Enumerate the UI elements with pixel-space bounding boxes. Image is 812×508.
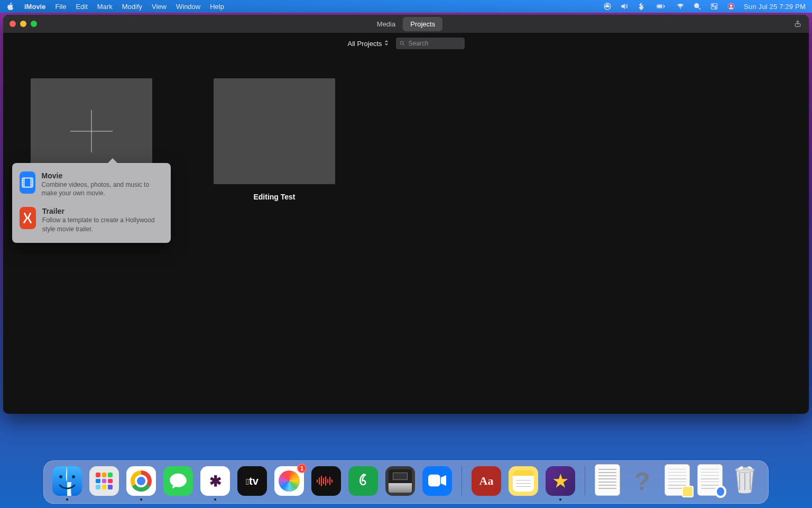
svg-point-27 <box>72 475 75 478</box>
svg-point-26 <box>59 475 62 478</box>
svg-rect-28 <box>428 475 440 487</box>
menu-mark[interactable]: Mark <box>97 3 113 11</box>
dock-app-imovie[interactable] <box>546 466 575 496</box>
svg-point-4 <box>680 8 681 9</box>
svg-point-12 <box>730 5 732 7</box>
dock-doc-3[interactable] <box>697 464 723 496</box>
creative-cloud-icon[interactable] <box>603 2 612 11</box>
search-field <box>396 38 465 49</box>
popover-movie-desc: Combine videos, photos, and music to mak… <box>42 180 163 197</box>
dock-container: ✱ tv 1 Aa <box>0 460 812 504</box>
popover-trailer-title: Trailer <box>42 207 163 215</box>
slack-icon: ✱ <box>209 473 222 490</box>
dock-app-appletv[interactable]: tv <box>237 466 267 496</box>
svg-line-6 <box>698 7 700 10</box>
menu-modify[interactable]: Modify <box>122 3 142 11</box>
dock-app-notes[interactable] <box>509 466 538 496</box>
dock-app-launchpad[interactable] <box>89 466 119 496</box>
popover-option-trailer[interactable]: Trailer Follow a template to create a Ho… <box>19 204 164 236</box>
trailer-icon <box>20 207 36 229</box>
menu-file[interactable]: File <box>55 3 66 11</box>
project-item: Editing Test <box>214 78 335 201</box>
spotlight-icon[interactable] <box>693 2 702 11</box>
battery-icon[interactable] <box>654 2 668 11</box>
dock-doc-2[interactable] <box>665 464 690 496</box>
user-menu-icon[interactable] <box>727 2 735 11</box>
photos-icon <box>279 470 300 492</box>
svg-rect-3 <box>664 5 665 7</box>
projects-filter-dropdown[interactable]: All Projects <box>347 40 388 48</box>
dock-app-dictionary[interactable]: Aa <box>472 466 501 496</box>
svg-point-10 <box>715 7 716 9</box>
volume-icon[interactable] <box>620 2 629 11</box>
share-button[interactable] <box>793 19 802 29</box>
svg-point-5 <box>695 4 699 8</box>
window-close-button[interactable] <box>10 21 16 27</box>
voicememos-icon <box>317 476 336 486</box>
dock-app-finder[interactable] <box>52 466 82 496</box>
svg-line-15 <box>403 44 404 46</box>
appletv-icon: tv <box>246 475 259 487</box>
dock-app-forscore[interactable] <box>348 466 378 496</box>
dock-doc-help[interactable]: ? <box>628 466 657 496</box>
dock-app-chrome[interactable] <box>126 466 156 496</box>
menu-window[interactable]: Window <box>176 3 200 11</box>
forscore-icon <box>354 472 372 490</box>
popover-option-movie[interactable]: Movie Combine videos, photos, and music … <box>19 168 164 201</box>
dock-app-voicememos[interactable] <box>311 466 341 496</box>
menu-view[interactable]: View <box>152 3 167 11</box>
wifi-icon[interactable] <box>676 2 685 11</box>
finder-icon <box>52 466 82 496</box>
notes-icon <box>513 470 534 492</box>
svg-rect-2 <box>658 5 662 7</box>
plus-icon <box>70 110 113 152</box>
bluetooth-icon[interactable] <box>637 2 645 11</box>
dock-app-messages[interactable] <box>163 466 193 496</box>
dock-doc-1[interactable] <box>595 464 620 496</box>
dock-app-zoom[interactable] <box>422 466 452 496</box>
project-thumbnail[interactable] <box>214 78 335 184</box>
scanner-icon <box>389 469 412 493</box>
window-tabs: Media Projects <box>370 17 442 31</box>
traffic-lights <box>3 21 37 27</box>
svg-point-9 <box>712 4 714 6</box>
updown-chevron-icon <box>384 40 389 48</box>
tab-media[interactable]: Media <box>370 17 403 31</box>
messages-icon <box>168 471 188 491</box>
menubar-datetime[interactable]: Sun Jul 25 7:29 PM <box>744 3 806 11</box>
menu-edit[interactable]: Edit <box>76 3 87 11</box>
new-project-popover: Movie Combine videos, photos, and music … <box>12 163 171 243</box>
apple-logo-icon[interactable] <box>6 2 15 11</box>
window-zoom-button[interactable] <box>31 21 37 27</box>
launchpad-icon <box>96 473 113 489</box>
svg-point-14 <box>400 41 403 44</box>
tab-projects[interactable]: Projects <box>403 17 442 31</box>
search-input[interactable] <box>396 38 465 49</box>
question-icon: ? <box>634 467 650 496</box>
dock-separator <box>462 466 462 495</box>
window-titlebar: Media Projects <box>3 15 809 33</box>
zoom-icon <box>428 474 446 488</box>
popover-trailer-desc: Follow a template to create a Hollywood … <box>42 216 163 233</box>
projects-filter-label: All Projects <box>347 40 382 48</box>
menubar-app-name[interactable]: iMovie <box>24 3 45 11</box>
dock-app-photos[interactable]: 1 <box>274 466 304 496</box>
window-minimize-button[interactable] <box>20 21 26 27</box>
search-icon <box>399 40 405 47</box>
imovie-window: Media Projects All Projects <box>3 15 809 414</box>
dock-separator-2 <box>585 466 585 495</box>
movie-icon <box>20 171 35 194</box>
menu-help[interactable]: Help <box>210 3 224 11</box>
control-center-icon[interactable] <box>710 2 718 11</box>
create-new-project: Movie Combine videos, photos, and music … <box>31 78 152 184</box>
photos-badge: 1 <box>297 464 307 473</box>
project-name: Editing Test <box>253 193 295 201</box>
dock-app-scanner[interactable] <box>385 466 415 496</box>
macos-menubar: iMovie File Edit Mark Modify View Window… <box>0 0 812 13</box>
trash-icon <box>732 466 758 496</box>
dock-trash[interactable] <box>730 466 760 496</box>
dictionary-icon: Aa <box>479 474 494 488</box>
chrome-icon <box>131 470 152 492</box>
dock-app-slack[interactable]: ✱ <box>200 466 230 496</box>
projects-grid: Movie Combine videos, photos, and music … <box>3 54 809 414</box>
